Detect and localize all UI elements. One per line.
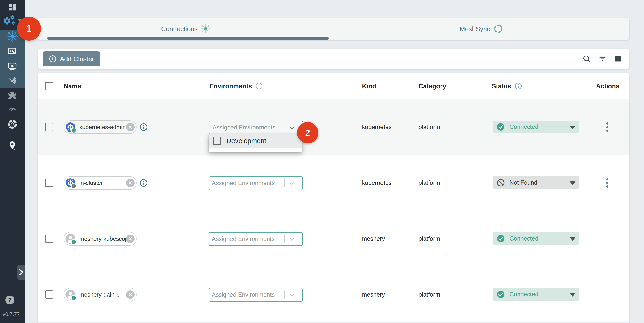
chevron-down-icon[interactable]	[289, 124, 295, 131]
dropdown-arrow-icon	[570, 293, 576, 296]
dropdown-arrow-icon	[570, 181, 576, 185]
sidebar-item-performance[interactable]	[0, 104, 25, 114]
connections-mesh-icon	[7, 31, 18, 42]
row-actions-menu[interactable]	[603, 121, 612, 133]
environments-dropdown-menu: Development	[209, 134, 302, 152]
environments-select[interactable]: Assigned Environments	[209, 121, 303, 134]
toolbar: Add Cluster	[38, 49, 629, 69]
check-circle-icon	[496, 123, 505, 131]
status-label: Connected	[510, 291, 538, 298]
tab-strip: Connections MeshSync	[38, 18, 629, 40]
sidebar-item-workloads[interactable]	[0, 61, 25, 72]
connection-name-chip[interactable]: meshery-kubescop...	[64, 232, 137, 245]
sidebar-item-service-mesh[interactable]	[0, 75, 25, 86]
help-button[interactable]: ?	[6, 295, 14, 304]
connection-name-chip[interactable]: in-cluster	[64, 176, 137, 190]
active-tab-indicator	[47, 37, 329, 40]
header-category: Category	[418, 83, 446, 90]
category-value: platform	[418, 291, 440, 298]
status-select[interactable]: Connected	[493, 288, 579, 301]
chevron-right-icon	[18, 268, 24, 276]
chevron-down-icon[interactable]	[288, 292, 295, 298]
environments-select[interactable]: Assigned Environments	[209, 288, 303, 301]
avatar-icon	[65, 289, 76, 300]
row-checkbox[interactable]	[45, 211, 53, 267]
status-label: Connected	[510, 123, 538, 130]
tab-connections-label: Connections	[161, 25, 198, 33]
question-mark-icon: ?	[8, 297, 12, 303]
meshery-app-window: ? v0.7.77 Connections	[0, 0, 644, 323]
close-icon[interactable]	[126, 179, 134, 187]
connection-name: meshery-kubescop...	[79, 235, 126, 242]
kubernetes-icon	[65, 122, 76, 133]
menu-item-label: Development	[226, 137, 266, 145]
kind-value: meshery	[362, 291, 385, 298]
kind-value: kubernetes	[362, 179, 392, 186]
row-checkbox[interactable]	[45, 267, 53, 322]
category-value: platform	[418, 179, 440, 186]
check-circle-icon	[496, 234, 505, 243]
version-label: v0.7.77	[0, 311, 22, 317]
chevron-down-icon[interactable]	[288, 236, 295, 242]
close-icon[interactable]	[126, 234, 134, 243]
sidebar-item-extensions[interactable]	[0, 118, 25, 130]
crossed-wrenches-icon	[8, 91, 17, 100]
gauge-icon	[7, 104, 17, 114]
status-dot	[71, 183, 77, 189]
sidebar-item-configuration[interactable]	[0, 90, 25, 101]
connections-table: Name Environments Kind Category Status	[38, 73, 629, 323]
status-dot	[71, 128, 77, 133]
screen-person-icon	[7, 61, 18, 71]
menu-item-checkbox[interactable]	[213, 137, 221, 145]
actions-empty: -	[586, 235, 629, 242]
avatar-icon	[65, 233, 76, 244]
info-icon[interactable]	[139, 178, 148, 187]
dropdown-arrow-icon	[570, 126, 576, 129]
sidebar-expand-button[interactable]	[17, 265, 25, 280]
annotation-step-badge: 1	[17, 17, 41, 41]
environments-select[interactable]: Assigned Environments	[209, 176, 303, 190]
environments-placeholder: Assigned Environments	[212, 291, 275, 298]
close-icon[interactable]	[126, 290, 134, 299]
table-row: meshery-dain-6 Assigned Environments mes…	[38, 267, 629, 323]
row-actions-menu[interactable]	[603, 177, 612, 189]
row-checkbox[interactable]	[45, 99, 53, 155]
connection-name-chip[interactable]: kubernetes-admin...	[64, 120, 137, 134]
annotation-step-badge: 2	[297, 122, 318, 143]
status-select[interactable]: Connected	[493, 121, 579, 133]
info-icon[interactable]	[255, 82, 263, 90]
text-caret	[212, 123, 212, 132]
filter-icon[interactable]	[598, 55, 607, 63]
search-icon[interactable]	[582, 55, 591, 63]
tab-meshsync[interactable]: MeshSync	[334, 18, 629, 40]
header-name: Name	[64, 83, 81, 90]
kind-value: kubernetes	[362, 124, 392, 131]
status-select[interactable]: Not Found	[493, 176, 579, 189]
meshery-logo-icon	[7, 119, 18, 129]
environments-select[interactable]: Assigned Environments	[209, 232, 303, 246]
category-value: platform	[418, 124, 440, 131]
sidebar-item-adapters[interactable]	[0, 46, 25, 57]
status-select[interactable]: Connected	[493, 232, 579, 245]
chevron-down-icon[interactable]	[288, 180, 295, 187]
row-checkbox[interactable]	[45, 155, 53, 211]
add-cluster-button[interactable]: Add Cluster	[43, 51, 100, 67]
location-pin-icon	[8, 141, 17, 150]
info-icon[interactable]	[514, 82, 522, 90]
annotation-step-number: 2	[305, 128, 310, 138]
select-all-checkbox[interactable]	[45, 73, 53, 99]
close-icon[interactable]	[126, 123, 134, 131]
table-row: meshery-kubescop... Assigned Environment…	[38, 211, 629, 267]
connection-name-chip[interactable]: meshery-dain-6	[64, 288, 137, 301]
info-icon[interactable]	[139, 123, 148, 132]
menu-item-development[interactable]: Development	[209, 134, 302, 148]
sidebar-item-kanvas[interactable]	[0, 139, 25, 151]
tab-connections[interactable]: Connections	[38, 18, 334, 40]
block-icon	[496, 178, 505, 187]
table-row: in-cluster Assigned Environments	[38, 155, 629, 211]
meshsync-spinner-icon	[493, 24, 503, 34]
tab-meshsync-label: MeshSync	[460, 25, 490, 33]
header-kind: Kind	[362, 83, 376, 90]
view-columns-icon[interactable]	[614, 55, 622, 63]
sidebar-item-dashboard[interactable]	[0, 2, 25, 12]
